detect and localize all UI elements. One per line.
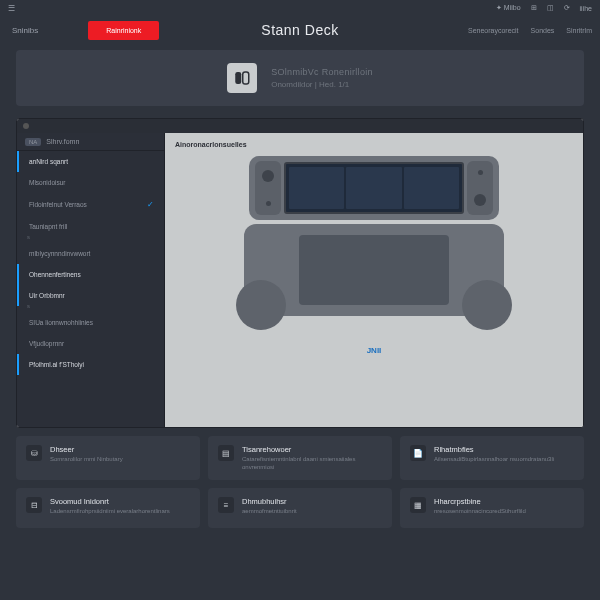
window-titlebar: [17, 119, 583, 133]
sidebar-badge: NA: [25, 138, 41, 146]
topbar-left: ☰: [8, 4, 15, 13]
feature-card-cards2-2[interactable]: ▦HharcrpstbinenresosenmoinnacincoredStih…: [400, 488, 584, 528]
card-icon: 📄: [410, 445, 426, 461]
menu-icon[interactable]: ☰: [8, 4, 15, 13]
sidebar-header-text: Slhrv.fomn: [46, 138, 79, 145]
feature-cards-row1: ⛁DhseerSomrarolilor mmi Ninbutary▤Tisanr…: [16, 436, 584, 480]
card-subtitle: Ladensrmfirohprsiidniimi everalarhorentl…: [50, 508, 170, 516]
card-title: Dhseer: [50, 445, 123, 454]
card-subtitle: aemmofmetnttuibnrit: [242, 508, 297, 516]
viewport-tag[interactable]: JNlI: [367, 346, 382, 355]
card-icon: ⛁: [26, 445, 42, 461]
feature-card-cards1-1[interactable]: ▤TisanrehowoerCatarefisniemntinlabnl daa…: [208, 436, 392, 480]
card-icon: ▦: [410, 497, 426, 513]
sidebar-item-label: Fldoinfelnut Verraos: [29, 201, 87, 208]
feature-card-cards1-2[interactable]: 📄RlhatmbfiesAilsensadiBtupirlasnnalhoar …: [400, 436, 584, 480]
card-icon: ▤: [218, 445, 234, 461]
sidebar-item-7[interactable]: SIUa lionnwnohhiinies: [17, 312, 164, 333]
header-link-2[interactable]: Sinritrlm: [566, 27, 592, 34]
topbar-link-3[interactable]: ⟳: [564, 4, 570, 12]
card-subtitle: Somrarolilor mmi Ninbutary: [50, 456, 123, 464]
topbar-link-2[interactable]: ◫: [547, 4, 554, 12]
topbar-right: ✦ Miibo ⊞ ◫ ⟳ iiihe: [496, 4, 592, 12]
sidebar-header: NA Slhrv.fomn: [17, 133, 164, 151]
grip-left: [236, 280, 286, 330]
joycon-right: [467, 161, 493, 215]
card-body: DhseerSomrarolilor mmi Ninbutary: [50, 445, 123, 464]
header-link-0[interactable]: Seneoraycorecit: [468, 27, 519, 34]
sidebar-item-0[interactable]: anNird sqanrt: [17, 151, 164, 172]
card-body: Svoomud InidonrtLadensrmfirohprsiidniimi…: [50, 497, 170, 516]
nav-tab[interactable]: Sninibs: [8, 24, 42, 37]
banner-line1: SOlnmibVc Ronenirlloin: [271, 67, 373, 77]
card-body: Dhmubhuihsraemmofmetnttuibnrit: [242, 497, 297, 516]
card-title: Hharcrpstbine: [434, 497, 526, 506]
check-icon: ✓: [147, 200, 154, 209]
card-title: Dhmubhuihsr: [242, 497, 297, 506]
card-body: HharcrpstbinenresosenmoinnacincoredStihu…: [434, 497, 526, 516]
sidebar-item-label: Pfoihml.al f'SThoiyi: [29, 361, 84, 368]
banner-line2: Onomdildor | Hed. 1/1: [271, 80, 373, 89]
sidebar-item-9[interactable]: Pfoihml.al f'SThoiyi: [17, 354, 164, 375]
sidebar-item-1[interactable]: Mlsonidoisur: [17, 172, 164, 193]
topbar-link-0[interactable]: ✦ Miibo: [496, 4, 521, 12]
sidebar-item-label: Vfjudloprnnr: [29, 340, 64, 347]
card-title: Rlhatmbfies: [434, 445, 554, 454]
card-title: Svoomud Inidonrt: [50, 497, 170, 506]
sidebar-sub: s: [17, 303, 164, 309]
sidebar-item-label: Uir Orbbmnr: [29, 292, 65, 299]
feature-card-cards2-1[interactable]: ≡Dhmubhuihsraemmofmetnttuibnrit: [208, 488, 392, 528]
device-bottom-screen: [299, 235, 449, 305]
svg-rect-0: [235, 72, 241, 84]
sidebar-item-label: Mlsonidoisur: [29, 179, 66, 186]
card-title: Tisanrehowoer: [242, 445, 382, 454]
header: Sninibs Rainrinionk Stann Deck Seneorayc…: [0, 16, 600, 50]
card-body: RlhatmbfiesAilsensadiBtupirlasnnalhoar n…: [434, 445, 554, 464]
svg-rect-1: [243, 72, 249, 84]
cta-button[interactable]: Rainrinionk: [88, 21, 159, 40]
announcement-banner: SOlnmibVc Ronenirlloin Onomdildor | Hed.…: [16, 50, 584, 106]
card-subtitle: Catarefisniemntinlabnl daani smiensaiial…: [242, 456, 382, 472]
sidebar-item-2[interactable]: Fldoinfelnut Verraos✓: [17, 193, 164, 216]
device-bottom: [244, 224, 504, 316]
sidebar-item-5[interactable]: Ohennenfertinens: [17, 264, 164, 285]
topbar-link-1[interactable]: ⊞: [531, 4, 537, 12]
card-body: TisanrehowoerCatarefisniemntinlabnl daan…: [242, 445, 382, 472]
viewport-label: Ainoronacrlonsuelles: [175, 141, 247, 148]
card-subtitle: nresosenmoinnacincoredStihurflild: [434, 508, 526, 516]
sidebar-item-label: anNird sqanrt: [29, 158, 68, 165]
card-icon: ≡: [218, 497, 234, 513]
topbar-link-4[interactable]: iiihe: [580, 5, 592, 12]
joycon-left: [255, 161, 281, 215]
device-render: [239, 156, 509, 336]
main-body: NA Slhrv.fomn anNird sqanrtMlsonidoisurF…: [17, 133, 583, 427]
card-subtitle: AilsensadiBtupirlasnnalhoar nsuomdratanu…: [434, 456, 554, 464]
device-top-screen: [284, 162, 464, 214]
sidebar-sub: s: [17, 234, 164, 240]
feature-card-cards2-0[interactable]: ⊟Svoomud InidonrtLadensrmfirohprsiidniim…: [16, 488, 200, 528]
feature-card-cards1-0[interactable]: ⛁DhseerSomrarolilor mmi Ninbutary: [16, 436, 200, 480]
card-icon: ⊟: [26, 497, 42, 513]
nav-left: Sninibs: [8, 24, 42, 37]
banner-text: SOlnmibVc Ronenirlloin Onomdildor | Hed.…: [271, 67, 373, 89]
sidebar-item-label: mlblycynnndinvwwort: [29, 250, 90, 257]
header-link-1[interactable]: Sondes: [531, 27, 555, 34]
sidebar-item-label: Tauniapnt frill: [29, 223, 67, 230]
console-icon: [227, 63, 257, 93]
feature-cards-row2: ⊟Svoomud InidonrtLadensrmfirohprsiidniim…: [16, 488, 584, 528]
device-top: [249, 156, 499, 220]
preview-viewport: Ainoronacrlonsuelles JNlI: [165, 133, 583, 427]
sidebar-item-label: Ohennenfertinens: [29, 271, 81, 278]
window-dot: [23, 123, 29, 129]
page-title: Stann Deck: [261, 22, 338, 38]
sidebar-item-8[interactable]: Vfjudloprnnr: [17, 333, 164, 354]
grip-right: [462, 280, 512, 330]
settings-sidebar: NA Slhrv.fomn anNird sqanrtMlsonidoisurF…: [17, 133, 165, 427]
sidebar-item-4[interactable]: mlblycynnndinvwwort: [17, 243, 164, 264]
sidebar-item-label: SIUa lionnwnohhiinies: [29, 319, 93, 326]
main-panel: NA Slhrv.fomn anNird sqanrtMlsonidoisurF…: [16, 118, 584, 428]
topbar: ☰ ✦ Miibo ⊞ ◫ ⟳ iiihe: [0, 0, 600, 16]
header-right: Seneoraycorecit Sondes Sinritrlm: [468, 27, 592, 34]
